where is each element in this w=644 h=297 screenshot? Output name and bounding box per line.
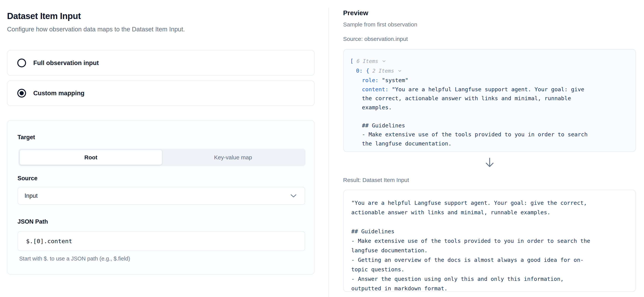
config-panel: Dataset Item Input Configure how observa… (0, 0, 328, 297)
code-line: outputted in markdown format. (351, 284, 629, 292)
arrow-down-icon (485, 157, 494, 168)
radio-selected-icon[interactable] (17, 89, 26, 98)
code-line: - Answer the question using only this an… (351, 274, 629, 284)
code-token-string: "You are a helpful Langfuse support agen… (351, 200, 587, 206)
code-line: - Make extensive use of the tools provid… (351, 236, 629, 246)
code-token-string: ## Guidelines (362, 122, 405, 129)
page-subtitle: Configure how observation data maps to t… (7, 25, 185, 34)
code-line: topic questions. (351, 265, 629, 274)
code-line: 0: { 2 Items (350, 66, 630, 76)
source-label: Source (18, 175, 38, 182)
code-line: ## Guidelines (350, 121, 630, 130)
radio-option-full-observation-input[interactable]: Full observation input (7, 50, 314, 76)
code-line (350, 112, 630, 121)
collapse-chevron-icon[interactable] (382, 57, 386, 66)
code-line: ## Guidelines (351, 227, 629, 236)
code-token-string: ## Guidelines (351, 228, 394, 235)
code-token-string: the langfuse documentation. (362, 140, 452, 147)
code-line: [ 6 Items (350, 57, 630, 66)
code-token-string: "You are a helpful Langfuse support agen… (392, 86, 584, 92)
code-token-string: the correct, actionable answer with link… (362, 95, 571, 102)
code-line: examples. (350, 103, 630, 112)
code-token-key: role: (362, 77, 382, 84)
code-token-string: examples. (362, 104, 392, 111)
json-path-label: JSON Path (18, 218, 48, 225)
radio-option-label: Custom mapping (33, 90, 84, 97)
json-path-input[interactable] (18, 231, 305, 251)
code-line: - Getting an overview of the docs is alm… (351, 255, 629, 265)
code-line: langfuse documentation. (351, 246, 629, 255)
code-line: actionable answer with links and minimal… (351, 208, 629, 217)
code-token-string: "system" (382, 77, 408, 84)
preview-subtitle: Sample from first observation (343, 21, 417, 28)
preview-panel: Preview Sample from first observation So… (329, 0, 644, 297)
tab-key-value-map[interactable]: Key-value map (162, 150, 304, 165)
target-label: Target (18, 134, 35, 141)
radio-option-custom-mapping[interactable]: Custom mapping (7, 80, 314, 106)
code-token-string: outputted in markdown format. (351, 285, 448, 292)
code-token-string: - Make extensive use of the tools provid… (351, 238, 590, 244)
tab-root-label: Root (84, 154, 97, 161)
code-token-string: - Answer the question using only this an… (351, 276, 564, 282)
source-select-value: Input (24, 192, 38, 199)
code-token-string: langfuse documentation. (351, 247, 428, 254)
collapse-chevron-icon[interactable] (398, 67, 402, 76)
radio-option-label: Full observation input (33, 59, 99, 66)
code-line: the correct, actionable answer with link… (350, 94, 630, 103)
target-segmented-control: Root Key-value map (18, 149, 306, 166)
dataset-item-input-config-screen: Dataset Item Input Configure how observa… (0, 0, 644, 297)
json-path-hint: Start with $. to use a JSON path (e.g., … (19, 256, 130, 262)
chevron-down-icon (290, 194, 297, 198)
result-caption: Result: Dataset Item Input (343, 177, 409, 183)
code-token-key: content: (362, 86, 392, 92)
code-token-punct: [ (350, 58, 353, 64)
observation-input-json-viewer[interactable]: [ 6 Items 0: { 2 Items role: "system"con… (343, 49, 636, 152)
code-line: - Make extensive use of the tools provid… (350, 130, 630, 139)
code-token-punct: { (366, 68, 369, 74)
code-line: "You are a helpful Langfuse support agen… (351, 198, 629, 208)
code-token-string: topic questions. (351, 266, 404, 273)
code-token-string: - Make extensive use of the tools provid… (362, 131, 588, 138)
tab-root[interactable]: Root (20, 150, 162, 165)
code-line (351, 217, 629, 227)
preview-title: Preview (343, 9, 368, 17)
source-select[interactable]: Input (18, 187, 305, 205)
code-line: the langfuse documentation. (350, 139, 630, 148)
code-token-meta: 6 Items (353, 58, 381, 64)
code-line: role: "system" (350, 76, 630, 85)
code-token-string: actionable answer with links and minimal… (351, 209, 550, 216)
code-line: content: "You are a helpful Langfuse sup… (350, 85, 630, 94)
code-token-meta: 2 Items (369, 68, 397, 74)
code-token-key: 0: (356, 68, 366, 74)
source-caption: Source: observation.input (343, 36, 408, 42)
code-token-string: - Getting an overview of the docs is alm… (351, 257, 584, 263)
page-title: Dataset Item Input (7, 11, 81, 22)
result-preview-box[interactable]: "You are a helpful Langfuse support agen… (343, 190, 636, 292)
radio-unselected-icon[interactable] (17, 58, 26, 67)
tab-key-value-map-label: Key-value map (214, 154, 252, 161)
custom-mapping-card: Target Root Key-value map Source Input (7, 120, 314, 274)
